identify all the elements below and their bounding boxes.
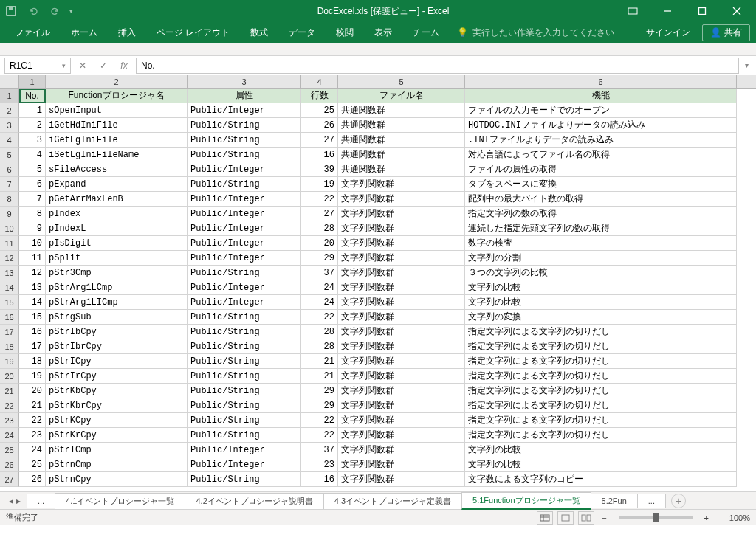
cell[interactable]: 20 — [19, 384, 46, 398]
cell[interactable]: 配列中の最大バイト数の取得 — [465, 192, 737, 207]
minimize-icon[interactable] — [650, 1, 684, 21]
sheet-tab-ellipsis[interactable]: ... — [27, 494, 55, 508]
zoom-out-icon[interactable]: − — [599, 513, 609, 522]
cell[interactable]: Public/String — [188, 398, 301, 413]
row-header[interactable]: 14 — [0, 280, 19, 295]
cell[interactable]: 文字列の分割 — [465, 251, 737, 266]
tab-formulas[interactable]: 数式 — [241, 24, 277, 42]
cell[interactable]: ファイルの入力モードでのオープン — [465, 103, 737, 118]
cell[interactable]: Public/String — [188, 325, 301, 339]
cell[interactable]: Public/Integer — [188, 221, 301, 236]
cell[interactable]: 文字列関数群 — [338, 369, 465, 384]
row-header[interactable]: 1 — [0, 89, 19, 103]
cell[interactable]: 文字列関数群 — [338, 192, 465, 207]
row-header[interactable]: 2 — [0, 103, 19, 118]
cell[interactable]: 29 — [301, 251, 338, 266]
cell[interactable]: 11 — [19, 251, 46, 266]
cell[interactable]: pStrKrCpy — [46, 428, 188, 443]
cell[interactable]: 文字列の比較 — [465, 443, 737, 457]
view-normal-icon[interactable] — [537, 511, 553, 525]
cell[interactable]: 指定文字列による文字列の切りだし — [465, 354, 737, 369]
cell[interactable]: 23 — [301, 457, 338, 472]
cell[interactable]: Public/String — [188, 384, 301, 398]
redo-icon[interactable] — [47, 3, 63, 19]
sheet-tab[interactable]: 4.2イベントプロシージャ説明書 — [185, 493, 323, 509]
undo-icon[interactable] — [25, 3, 41, 19]
cell[interactable]: HOTDOC.INIファイルよりデータの読み込み — [465, 118, 737, 133]
row-header[interactable]: 16 — [0, 310, 19, 325]
row-header[interactable]: 21 — [0, 384, 19, 398]
tab-team[interactable]: チーム — [404, 24, 448, 42]
cell[interactable]: pIndexL — [46, 221, 188, 236]
cell[interactable]: Public/Integer — [188, 192, 301, 207]
cell[interactable]: 37 — [301, 266, 338, 280]
cell[interactable]: Public/String — [188, 472, 301, 487]
row-header[interactable]: 23 — [0, 413, 19, 428]
cell[interactable]: 指定文字列による文字列の切りだし — [465, 398, 737, 413]
table-header[interactable]: No. — [19, 89, 46, 103]
row-header[interactable]: 22 — [0, 398, 19, 413]
cell[interactable]: 文字列関数群 — [338, 177, 465, 192]
cell[interactable]: 22 — [301, 413, 338, 428]
cell[interactable]: 16 — [19, 325, 46, 339]
cell[interactable]: 27 — [301, 207, 338, 221]
cell[interactable]: Public/String — [188, 354, 301, 369]
cell[interactable]: pStrlCmp — [46, 443, 188, 457]
formula-input[interactable]: No. — [136, 58, 739, 74]
cell[interactable]: 2 — [19, 118, 46, 133]
cell[interactable]: 16 — [301, 148, 338, 162]
tab-view[interactable]: 表示 — [365, 24, 401, 42]
cell[interactable]: 文字列関数群 — [338, 295, 465, 310]
cell[interactable]: 39 — [301, 162, 338, 177]
ribbon-display-icon[interactable] — [616, 1, 649, 21]
row-header[interactable]: 5 — [0, 148, 19, 162]
cell[interactable]: 25 — [301, 103, 338, 118]
col-header[interactable]: 6 — [465, 75, 737, 88]
cell[interactable]: pIsDigit — [46, 236, 188, 251]
cell[interactable]: 文字列関数群 — [338, 325, 465, 339]
cell[interactable]: 文字列の比較 — [465, 295, 737, 310]
cell[interactable]: 23 — [19, 428, 46, 443]
tell-me-input[interactable] — [472, 27, 620, 38]
row-header[interactable]: 4 — [0, 133, 19, 148]
cell[interactable]: sOpenInput — [46, 103, 188, 118]
cell[interactable]: 指定文字列による文字列の切りだし — [465, 339, 737, 354]
cell[interactable]: pStrICpy — [46, 354, 188, 369]
cell[interactable]: 指定文字列による文字列の切りだし — [465, 384, 737, 398]
view-page-break-icon[interactable] — [578, 511, 594, 525]
signin-link[interactable]: サインイン — [646, 27, 690, 39]
cell[interactable]: 28 — [301, 325, 338, 339]
row-header[interactable]: 15 — [0, 295, 19, 310]
sheet-tab[interactable]: 5.2Fun — [591, 494, 638, 508]
table-header[interactable]: ファイル名 — [338, 89, 465, 103]
cell[interactable]: 数字の検査 — [465, 236, 737, 251]
row-header[interactable]: 25 — [0, 443, 19, 457]
row-header[interactable]: 9 — [0, 207, 19, 221]
cell[interactable]: 文字列関数群 — [338, 280, 465, 295]
maximize-icon[interactable] — [685, 1, 718, 21]
cell[interactable]: Public/String — [188, 310, 301, 325]
spreadsheet-grid[interactable]: 1 2 3 4 5 6 1No.Functionプロシージャ名属性行数ファイル名… — [0, 75, 756, 491]
zoom-in-icon[interactable]: + — [701, 513, 712, 522]
cell[interactable]: Public/Integer — [188, 162, 301, 177]
zoom-thumb[interactable] — [653, 513, 659, 522]
view-page-layout-icon[interactable] — [557, 511, 574, 525]
row-header[interactable]: 26 — [0, 457, 19, 472]
sheet-tab-more[interactable]: ... — [637, 494, 666, 508]
cell[interactable]: Public/String — [188, 266, 301, 280]
tab-file[interactable]: ファイル — [6, 24, 59, 42]
cell[interactable]: sFileAccess — [46, 162, 188, 177]
cell[interactable]: 13 — [19, 280, 46, 295]
cell[interactable]: 24 — [19, 443, 46, 457]
table-header[interactable]: 属性 — [188, 89, 301, 103]
cell[interactable]: 22 — [301, 428, 338, 443]
cell[interactable]: タブをスペースに変換 — [465, 177, 737, 192]
cell[interactable]: Public/Integer — [188, 280, 301, 295]
cell[interactable]: 7 — [19, 192, 46, 207]
row-header[interactable]: 8 — [0, 192, 19, 207]
cancel-formula-icon[interactable]: ✕ — [74, 58, 92, 74]
cell[interactable]: ファイルの属性の取得 — [465, 162, 737, 177]
cell[interactable]: pStrnCpy — [46, 472, 188, 487]
cell[interactable]: 指定文字列による文字列の切りだし — [465, 369, 737, 384]
enter-formula-icon[interactable]: ✓ — [94, 58, 112, 74]
